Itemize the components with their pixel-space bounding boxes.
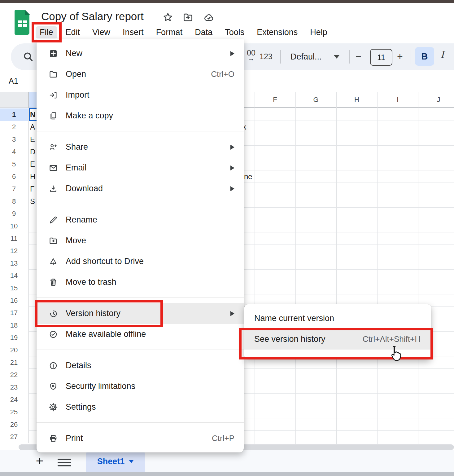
all-sheets-icon[interactable] <box>58 459 71 468</box>
sheet-tab-active[interactable]: Sheet1 <box>86 451 145 472</box>
menu-divider <box>37 350 244 350</box>
column-header-I[interactable]: I <box>377 92 418 108</box>
increase-font-size-button[interactable]: + <box>397 51 403 62</box>
menu-item-security-limitations[interactable]: Security limitations <box>37 376 244 397</box>
decrease-font-size-button[interactable]: − <box>356 51 361 62</box>
menu-item-make-a-copy[interactable]: Make a copy <box>37 105 244 126</box>
font-family-caret-icon[interactable] <box>334 55 339 59</box>
select-all-corner[interactable] <box>0 92 29 108</box>
menubar-item-extensions[interactable]: Extensions <box>257 28 298 37</box>
row-header-19[interactable]: 19 <box>0 332 28 344</box>
menu-item-move-to-trash[interactable]: Move to trash <box>37 272 244 293</box>
italic-button[interactable]: I <box>440 49 444 60</box>
cell-A4-partial[interactable]: D <box>29 146 37 158</box>
cell-A2-partial[interactable]: A <box>29 121 37 133</box>
menubar-item-file[interactable]: File <box>36 26 57 38</box>
menubar-item-view[interactable]: View <box>92 28 110 37</box>
menu-item-move[interactable]: Move <box>37 230 244 251</box>
menu-item-label: Make a copy <box>66 111 113 121</box>
increase-decimal-button[interactable]: 00 → <box>244 48 258 62</box>
menu-item-email[interactable]: Email <box>37 157 244 178</box>
row-header-7[interactable]: 7 <box>0 183 28 195</box>
row-header-23[interactable]: 23 <box>0 381 28 394</box>
menu-item-share[interactable]: Share <box>37 137 244 157</box>
row-header-12[interactable]: 12 <box>0 245 28 257</box>
row-header-27[interactable]: 27 <box>0 431 28 443</box>
sheets-logo-icon[interactable] <box>14 10 30 36</box>
menu-item-settings[interactable]: Settings <box>37 397 244 417</box>
menu-divider <box>37 204 244 204</box>
row-header-9[interactable]: 9 <box>0 208 28 220</box>
menubar-item-tools[interactable]: Tools <box>225 28 244 37</box>
column-header-J[interactable]: J <box>418 92 454 108</box>
cell-A5-partial[interactable]: E <box>29 158 37 170</box>
menu-item-version-history[interactable]: Version history <box>37 303 244 324</box>
menubar-item-data[interactable]: Data <box>195 28 212 37</box>
column-header-F[interactable]: F <box>255 92 295 108</box>
name-box[interactable]: A1 <box>9 70 18 92</box>
menubar-item-edit[interactable]: Edit <box>66 28 80 37</box>
column-header-A[interactable] <box>29 92 37 108</box>
row-header-6[interactable]: 6 <box>0 170 28 183</box>
add-sheet-button[interactable]: + <box>30 450 50 472</box>
menu-item-rename[interactable]: Rename <box>37 209 244 230</box>
row-header-24[interactable]: 24 <box>0 394 28 406</box>
row-header-3[interactable]: 3 <box>0 133 28 146</box>
row-header-18[interactable]: 18 <box>0 319 28 332</box>
row-header-17[interactable]: 17 <box>0 307 28 319</box>
column-header-G[interactable]: G <box>295 92 336 108</box>
history-icon <box>48 309 58 319</box>
font-family-select[interactable]: Defaul... <box>290 52 322 62</box>
bold-button[interactable]: B <box>415 47 434 66</box>
menu-item-add-shortcut-to-drive[interactable]: Add shortcut to Drive <box>37 251 244 272</box>
cell-A8-partial[interactable]: S <box>29 195 37 208</box>
cell-A7-partial[interactable]: F <box>29 183 37 195</box>
star-icon[interactable] <box>162 12 173 23</box>
row-header-26[interactable]: 26 <box>0 418 28 431</box>
menubar-item-help[interactable]: Help <box>310 28 327 37</box>
row-header-11[interactable]: 11 <box>0 232 28 245</box>
menu-item-details[interactable]: Details <box>37 355 244 376</box>
menu-divider <box>37 131 244 131</box>
number-format-button[interactable]: 123 <box>260 52 273 61</box>
menu-item-open[interactable]: OpenCtrl+O <box>37 64 244 85</box>
cloud-check-icon[interactable] <box>203 12 215 23</box>
printer-icon <box>48 434 58 443</box>
cell-A6-partial[interactable]: H <box>29 170 37 183</box>
row-header-22[interactable]: 22 <box>0 369 28 381</box>
submenu-item-name-current-version[interactable]: Name current version <box>244 308 431 329</box>
row-header-21[interactable]: 21 <box>0 356 28 369</box>
menu-item-new[interactable]: New <box>37 43 244 64</box>
menu-item-label: Move <box>66 236 86 245</box>
menu-item-label: Settings <box>66 402 96 412</box>
cell-A1-partial[interactable]: N <box>29 108 37 121</box>
menu-item-label: Move to trash <box>66 277 116 287</box>
menu-item-make-available-offline[interactable]: Make available offline <box>37 324 244 345</box>
row-header-13[interactable]: 13 <box>0 257 28 270</box>
document-title[interactable]: Copy of Salary report <box>41 10 144 23</box>
window-top-border <box>0 0 454 3</box>
menu-item-label: Add shortcut to Drive <box>66 257 144 266</box>
column-header-H[interactable]: H <box>336 92 377 108</box>
row-header-8[interactable]: 8 <box>0 195 28 208</box>
font-size-input[interactable]: 11 <box>370 49 392 66</box>
row-header-5[interactable]: 5 <box>0 158 28 170</box>
row-header-14[interactable]: 14 <box>0 270 28 282</box>
menu-item-print[interactable]: PrintCtrl+P <box>37 428 244 449</box>
row-header-20[interactable]: 20 <box>0 344 28 356</box>
row-header-10[interactable]: 10 <box>0 220 28 232</box>
row-header-2[interactable]: 2 <box>0 121 28 133</box>
move-folder-icon[interactable] <box>182 12 194 23</box>
menu-item-download[interactable]: Download <box>37 178 244 199</box>
search-icon[interactable] <box>22 51 34 64</box>
row-header-15[interactable]: 15 <box>0 282 28 294</box>
menubar-item-format[interactable]: Format <box>156 28 183 37</box>
row-header-1[interactable]: 1 <box>0 108 28 121</box>
folder-icon <box>48 69 58 79</box>
menu-item-import[interactable]: Import <box>37 85 244 105</box>
cell-A3-partial[interactable]: E <box>29 133 37 146</box>
row-header-4[interactable]: 4 <box>0 146 28 158</box>
menubar-item-insert[interactable]: Insert <box>123 28 144 37</box>
row-header-16[interactable]: 16 <box>0 294 28 307</box>
row-header-25[interactable]: 25 <box>0 406 28 418</box>
